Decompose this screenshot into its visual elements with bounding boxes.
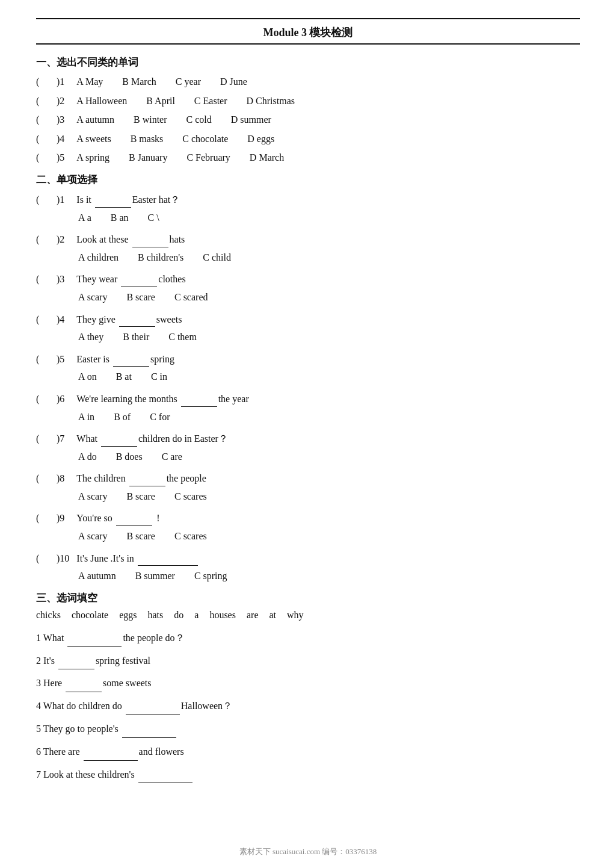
answer-blank[interactable] bbox=[181, 391, 217, 407]
sec2-question-row: ( )6We're learning the months the year bbox=[36, 391, 580, 407]
answer-blank[interactable] bbox=[129, 470, 165, 486]
word-bank-item: are bbox=[247, 610, 259, 621]
paren-open: ( bbox=[36, 551, 47, 566]
answer-blank[interactable] bbox=[95, 191, 131, 208]
option-item[interactable]: C scared bbox=[174, 290, 208, 305]
option-item[interactable]: A do bbox=[78, 449, 97, 465]
fill-blank[interactable] bbox=[126, 697, 180, 715]
option-item[interactable]: A a bbox=[78, 210, 91, 226]
option-item[interactable]: A children bbox=[78, 250, 119, 265]
word-bank-item: do bbox=[174, 610, 183, 621]
q-number: 2 bbox=[60, 93, 76, 109]
paren-close: ) bbox=[47, 232, 60, 247]
answer-blank[interactable] bbox=[113, 351, 149, 367]
option-item[interactable]: A scary bbox=[78, 529, 107, 544]
paren-open: ( bbox=[36, 93, 47, 109]
option-item[interactable]: C are bbox=[162, 449, 182, 465]
q-number: 3 bbox=[60, 112, 76, 128]
options-row: A scaryB scareC scared bbox=[78, 290, 580, 305]
answer-blank[interactable] bbox=[101, 430, 137, 447]
word-bank-item: houses bbox=[209, 610, 236, 621]
answer-blank[interactable] bbox=[138, 550, 198, 566]
options-row: A doB doesC are bbox=[78, 449, 580, 465]
fill-question: 4 What do children do Halloween？ bbox=[36, 697, 580, 715]
sec2-question-row: ( )5Easter is spring bbox=[36, 351, 580, 367]
options-row: A inB ofC for bbox=[78, 409, 580, 425]
option-item[interactable]: B children's bbox=[138, 250, 183, 265]
q-number: 5 bbox=[60, 150, 76, 166]
option-item[interactable]: C spring bbox=[194, 568, 227, 584]
fill-question: 2 It's spring festival bbox=[36, 652, 580, 670]
option-item[interactable]: A on bbox=[78, 369, 97, 385]
option-item[interactable]: A in bbox=[78, 409, 94, 425]
fill-blank[interactable] bbox=[67, 629, 122, 647]
q-text: A sweets B masks C chocolate D eggs bbox=[76, 131, 580, 147]
watermark: 素材天下 sucaisucai.com 编号：03376138 bbox=[0, 846, 616, 857]
q-number: 7 bbox=[36, 769, 41, 780]
fill-question: 7 Look at these children's bbox=[36, 766, 580, 784]
fill-question: 3 Here some sweets bbox=[36, 674, 580, 692]
word-bank-item: chicks bbox=[36, 610, 61, 621]
options-row: A onB atC in bbox=[78, 369, 580, 385]
option-item[interactable]: A scary bbox=[78, 489, 107, 504]
q-number: 9 bbox=[60, 510, 76, 526]
option-item[interactable]: B does bbox=[116, 449, 143, 465]
word-bank-item: a bbox=[194, 610, 199, 621]
option-item[interactable]: C \ bbox=[148, 210, 159, 226]
q-text: What children do in Easter？ bbox=[76, 430, 580, 447]
fill-blank[interactable] bbox=[66, 674, 102, 692]
paren-close: ) bbox=[47, 551, 60, 566]
option-item[interactable]: A scary bbox=[78, 290, 107, 305]
options-row: A autumnB summerC spring bbox=[78, 568, 580, 584]
q-number: 8 bbox=[60, 471, 76, 486]
word-bank-item: chocolate bbox=[72, 610, 108, 621]
fill-question: 6 There are and flowers bbox=[36, 743, 580, 761]
paren-close: ) bbox=[47, 510, 60, 526]
q-text-before: Look at these children's bbox=[43, 769, 137, 780]
option-item[interactable]: C scares bbox=[174, 529, 207, 544]
option-item[interactable]: B summer bbox=[135, 568, 175, 584]
paren-open: ( bbox=[36, 391, 47, 407]
q-text-after: some sweets bbox=[103, 678, 151, 688]
paren-open: ( bbox=[36, 271, 47, 287]
q-text: A May B March C year D June bbox=[76, 74, 580, 90]
paren-close: ) bbox=[47, 312, 60, 327]
q-text: It's June .It's in bbox=[76, 550, 580, 566]
fill-blank[interactable] bbox=[138, 766, 192, 784]
q-number: 4 bbox=[36, 701, 41, 711]
option-item[interactable]: B of bbox=[114, 409, 131, 425]
sec2-question-row: ( )8The children the people bbox=[36, 470, 580, 486]
option-item[interactable]: C in bbox=[151, 369, 167, 385]
fill-blank[interactable] bbox=[58, 652, 94, 670]
option-item[interactable]: B at bbox=[116, 369, 132, 385]
q-text-after: Halloween？ bbox=[181, 701, 232, 711]
fill-blank[interactable] bbox=[84, 743, 138, 761]
answer-blank[interactable] bbox=[132, 231, 168, 247]
sec2-question-row: ( )9You're so ！ bbox=[36, 510, 580, 526]
answer-blank[interactable] bbox=[116, 510, 152, 526]
option-item[interactable]: B their bbox=[123, 329, 149, 345]
option-item[interactable]: A they bbox=[78, 329, 103, 345]
option-item[interactable]: B scare bbox=[126, 489, 155, 504]
paren-open: ( bbox=[36, 131, 47, 147]
option-item[interactable]: C them bbox=[168, 329, 197, 345]
option-item[interactable]: B an bbox=[111, 210, 129, 226]
option-item[interactable]: B scare bbox=[126, 290, 155, 305]
fill-blank[interactable] bbox=[122, 720, 176, 738]
option-item[interactable]: B scare bbox=[126, 529, 155, 544]
answer-blank[interactable] bbox=[119, 311, 155, 327]
q-number: 10 bbox=[60, 551, 76, 566]
paren-close: ) bbox=[47, 74, 60, 90]
answer-blank[interactable] bbox=[121, 271, 157, 287]
paren-close: ) bbox=[47, 131, 60, 147]
option-item[interactable]: A autumn bbox=[78, 568, 116, 584]
option-item[interactable]: C for bbox=[150, 409, 170, 425]
sec2-question-row: ( )4They give sweets bbox=[36, 311, 580, 327]
option-item[interactable]: C scares bbox=[174, 489, 207, 504]
q-text-before: There are bbox=[43, 746, 82, 757]
fill-question: 1 What the people do？ bbox=[36, 629, 580, 647]
q-text-before: What do children do bbox=[43, 701, 125, 711]
option-item[interactable]: C child bbox=[203, 250, 231, 265]
q-number: 3 bbox=[36, 678, 41, 688]
sec1-question-row: ( )5A spring B January C February D Marc… bbox=[36, 150, 580, 166]
